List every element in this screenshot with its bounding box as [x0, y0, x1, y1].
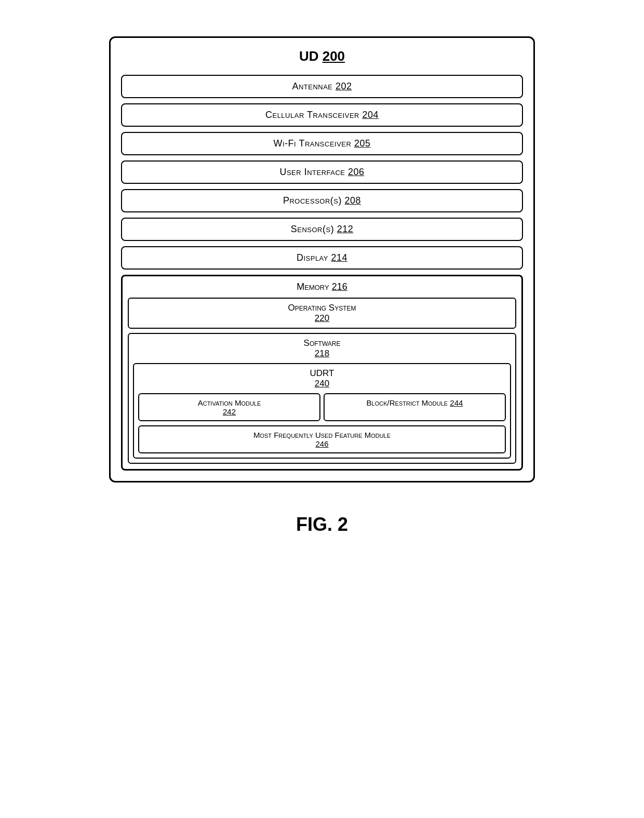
user-interface-box: User Interface 206: [121, 160, 523, 184]
ud-title: UD 200: [121, 48, 523, 64]
software-title: Software218: [133, 338, 511, 359]
memory-outer-box: Memory 216 Operating System220 Software2…: [121, 275, 523, 471]
os-box: Operating System220: [128, 298, 516, 329]
block-restrict-module-box: Block/Restrict Module 244: [324, 393, 506, 421]
mfu-module-box: Most Frequently Used Feature Module246: [138, 425, 506, 453]
display-label: Display 214: [297, 252, 347, 263]
udrt-title: UDRT240: [138, 368, 506, 389]
sensors-label: Sensor(s) 212: [291, 224, 353, 234]
sensors-box: Sensor(s) 212: [121, 218, 523, 241]
display-box: Display 214: [121, 246, 523, 270]
software-outer-box: Software218 UDRT240 Activation Module242…: [128, 333, 516, 464]
cellular-transceiver-box: Cellular Transceiver 204: [121, 103, 523, 127]
diagram-container: UD 200 Antennae 202 Cellular Transceiver…: [109, 36, 535, 482]
ud-number: 200: [323, 48, 345, 64]
wifi-transceiver-box: Wi-Fi Transceiver 205: [121, 132, 523, 155]
processors-box: Processor(s) 208: [121, 189, 523, 212]
antennae-box: Antennae 202: [121, 75, 523, 98]
modules-row: Activation Module242 Block/Restrict Modu…: [138, 393, 506, 421]
wifi-transceiver-label: Wi-Fi Transceiver 205: [274, 138, 371, 149]
memory-title: Memory 216: [128, 281, 516, 292]
cellular-transceiver-label: Cellular Transceiver 204: [265, 110, 379, 120]
figure-caption: FIG. 2: [296, 514, 348, 535]
outer-ud-box: UD 200 Antennae 202 Cellular Transceiver…: [109, 36, 535, 482]
processors-label: Processor(s) 208: [283, 195, 361, 206]
activation-module-box: Activation Module242: [138, 393, 320, 421]
udrt-outer-box: UDRT240 Activation Module242 Block/Restr…: [133, 363, 511, 459]
antennae-label: Antennae 202: [292, 81, 352, 91]
ud-label: UD: [299, 48, 319, 64]
user-interface-label: User Interface 206: [279, 167, 364, 177]
